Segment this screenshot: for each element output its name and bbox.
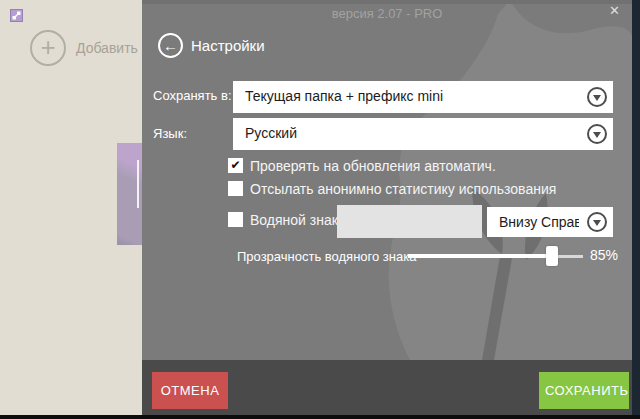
opacity-slider[interactable] bbox=[408, 246, 583, 266]
app-window: + Добавить фото версия 2.07 - PRO ✕ ← На… bbox=[0, 0, 640, 419]
save-to-value: Текущая папка + префикс mini bbox=[245, 81, 579, 112]
save-to-label: Сохранять в: bbox=[153, 88, 232, 103]
settings-content: версия 2.07 - PRO ✕ ← Настройки Сохранят… bbox=[142, 0, 632, 415]
checkbox-anonymous-stats[interactable] bbox=[228, 181, 243, 196]
checkbox-auto-updates[interactable]: ✔ bbox=[228, 158, 243, 173]
language-dropdown[interactable]: Русский bbox=[233, 118, 613, 150]
window-right-edge bbox=[632, 0, 640, 419]
opacity-label: Прозрачность водяного знака bbox=[237, 249, 416, 264]
checkbox-anonymous-stats-label: Отсылать анонимно статистику использован… bbox=[250, 181, 556, 197]
add-photo-button[interactable]: + Добавить фото bbox=[28, 28, 138, 68]
save-button[interactable]: СОХРАНИТЬ bbox=[539, 372, 629, 409]
cancel-button[interactable]: ОТМЕНА bbox=[152, 372, 228, 409]
sidebar: + Добавить фото bbox=[0, 0, 142, 415]
page-title: Настройки bbox=[191, 37, 265, 54]
settings-panel: версия 2.07 - PRO ✕ ← Настройки Сохранят… bbox=[142, 0, 632, 415]
checkbox-watermark-label: Водяной знак bbox=[250, 212, 338, 228]
watermark-position-dropdown[interactable]: Внизу Справа bbox=[487, 207, 613, 237]
chevron-down-icon bbox=[587, 87, 607, 107]
window-title: версия 2.07 - PRO bbox=[142, 6, 632, 21]
panel-top-border bbox=[142, 0, 632, 4]
opacity-value: 85% bbox=[590, 247, 618, 263]
checkbox-watermark[interactable] bbox=[228, 212, 243, 227]
language-label: Язык: bbox=[153, 126, 187, 141]
chevron-down-icon bbox=[587, 124, 607, 144]
language-value: Русский bbox=[245, 118, 579, 149]
window-bottom-edge bbox=[0, 415, 640, 419]
footer-bar: ОТМЕНА СОХРАНИТЬ bbox=[142, 360, 632, 415]
back-button[interactable]: ← bbox=[158, 33, 183, 58]
watermark-text-input[interactable] bbox=[337, 205, 482, 238]
photo-thumbnail[interactable] bbox=[117, 143, 142, 245]
checkbox-auto-updates-label: Проверять на обновления автоматич. bbox=[250, 158, 496, 174]
chevron-down-icon bbox=[587, 212, 607, 232]
watermark-position-value: Внизу Справа bbox=[499, 207, 579, 238]
save-to-dropdown[interactable]: Текущая папка + префикс mini bbox=[233, 81, 613, 113]
slider-fill bbox=[408, 254, 552, 258]
slider-thumb[interactable] bbox=[546, 246, 558, 266]
photo-thumbnail-detail bbox=[137, 160, 139, 208]
resize-app-icon bbox=[10, 8, 23, 21]
plus-icon: + bbox=[30, 30, 66, 66]
close-button[interactable]: ✕ bbox=[609, 3, 620, 19]
